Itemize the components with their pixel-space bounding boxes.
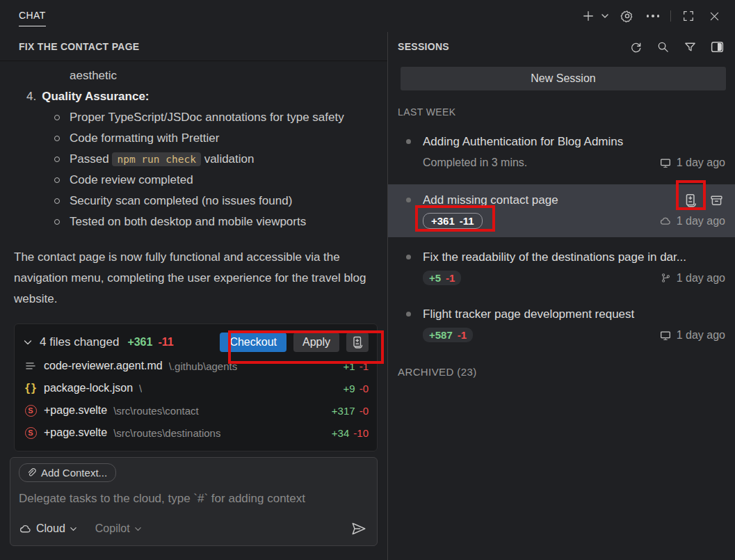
file-name: code-reviewer.agent.md: [44, 360, 163, 372]
archive-session-button[interactable]: [706, 191, 726, 210]
panel-layout-icon: [710, 40, 725, 54]
bullet-circle-icon: [54, 219, 60, 225]
session-diff-badge: +587 -1: [423, 328, 473, 342]
files-changed-summary[interactable]: 4 files changed: [40, 335, 119, 349]
markdown-file-icon: [23, 360, 38, 372]
session-item[interactable]: Fix the readability of the destinations …: [388, 241, 735, 294]
maximize-icon: [682, 10, 695, 22]
chevron-down-icon: [601, 12, 609, 20]
git-branch-icon: [660, 272, 672, 284]
chat-text-line: aesthetic: [14, 65, 378, 86]
session-title: Add missing contact page: [423, 191, 725, 209]
new-session-button[interactable]: New Session: [401, 67, 726, 90]
files-changed-widget: 4 files changed +361 -11 Checkout Apply: [14, 323, 378, 451]
list-item: Code formatting with Prettier: [14, 128, 378, 149]
filter-sessions-button[interactable]: [681, 38, 698, 55]
session-title: Fix the readability of the destinations …: [423, 248, 725, 266]
session-item[interactable]: Adding Authentication for Blog Admins Co…: [388, 126, 735, 179]
ellipsis-icon: [647, 15, 660, 17]
file-row[interactable]: S +page.svelte \src\routes\destinations …: [23, 422, 369, 444]
chat-paragraph: The contact page is now fully functional…: [14, 247, 379, 310]
chat-session-title: FIX THE CONTACT PAGE: [0, 32, 387, 61]
svelte-file-icon: S: [23, 427, 38, 439]
session-time: 1 day ago: [677, 157, 725, 169]
numbered-list-item: 4. Quality Assurance:: [14, 86, 378, 107]
session-title: Flight tracker page development request: [423, 305, 725, 323]
file-row[interactable]: S +page.svelte \src\routes\contact +317-…: [23, 399, 369, 422]
file-row[interactable]: code-reviewer.agent.md \.github\agents +…: [23, 355, 369, 377]
maximize-panel-button[interactable]: [680, 8, 697, 24]
bullet-circle-icon: [54, 157, 60, 162]
list-number: 4.: [26, 86, 36, 107]
model-dropdown[interactable]: Copilot: [95, 522, 142, 535]
session-time: 1 day ago: [677, 272, 725, 285]
cloud-icon: [659, 215, 672, 227]
session-status-dot-icon: [406, 198, 411, 202]
inline-code: npm run check: [112, 152, 201, 166]
sessions-panel: SESSIONS New Session LAST WEEK: [387, 32, 735, 560]
desktop-icon: [659, 329, 672, 342]
copilot-chat-window: CHAT: [0, 0, 735, 560]
chat-input-container[interactable]: Add Context... Delegate tasks to the clo…: [10, 457, 378, 546]
session-time: 1 day ago: [677, 329, 725, 342]
search-sessions-button[interactable]: [654, 38, 671, 55]
chevron-down-icon: [70, 525, 77, 533]
new-chat-dropdown[interactable]: [600, 8, 610, 24]
group-label-archived[interactable]: ARCHIVED (23): [398, 366, 725, 378]
file-name: +page.svelte: [44, 404, 107, 417]
chat-panel: FIX THE CONTACT PAGE aesthetic 4. Qualit…: [0, 32, 387, 560]
panel-titlebar: CHAT: [0, 0, 735, 32]
new-chat-button[interactable]: [580, 8, 597, 24]
session-diff-badge: +361 -11: [423, 213, 483, 229]
bullet-circle-icon: [54, 198, 60, 204]
titlebar-separator: [670, 10, 671, 22]
list-item: Security scan completed (no issues found…: [14, 191, 378, 211]
file-name: package-lock.json: [44, 382, 133, 394]
session-status-dot-icon: [406, 255, 411, 259]
bullet-circle-icon: [54, 136, 60, 141]
close-panel-button[interactable]: [706, 8, 722, 24]
more-actions-button[interactable]: [645, 8, 661, 24]
filter-icon: [684, 40, 697, 54]
session-time: 1 day ago: [677, 215, 725, 227]
chevron-down-icon: [134, 525, 142, 533]
close-icon: [709, 10, 720, 22]
list-item: Proper TypeScript/JSDoc annotations for …: [14, 107, 378, 128]
list-item: Tested on both desktop and mobile viewpo…: [14, 211, 378, 232]
session-diff-badge: +5 -1: [423, 271, 461, 285]
checkout-button[interactable]: Checkout: [220, 333, 286, 352]
archive-icon: [709, 193, 724, 208]
file-path: \src\routes\contact: [113, 405, 199, 417]
file-row[interactable]: {} package-lock.json \ +9-0: [23, 377, 369, 399]
session-subtitle: Completed in 3 mins.: [423, 157, 527, 169]
settings-button[interactable]: [619, 8, 636, 24]
lines-removed: -11: [158, 336, 173, 349]
bullet-circle-icon: [54, 115, 60, 120]
qa-bullet-list: Proper TypeScript/JSDoc annotations for …: [14, 107, 378, 232]
send-button[interactable]: [349, 519, 369, 538]
apply-button[interactable]: Apply: [293, 333, 339, 352]
diff-file-icon: [683, 193, 698, 208]
add-context-button[interactable]: Add Context...: [19, 463, 116, 482]
session-item-selected[interactable]: Add missing contact page: [388, 184, 735, 237]
tab-chat[interactable]: CHAT: [19, 6, 46, 26]
send-icon: [350, 520, 367, 537]
session-status-dot-icon: [406, 312, 411, 317]
file-path: \src\routes\destinations: [113, 427, 220, 439]
list-item: Code review completed: [14, 170, 378, 191]
session-item[interactable]: Flight tracker page development request …: [388, 298, 735, 351]
session-title: Adding Authentication for Blog Admins: [423, 132, 725, 151]
view-all-changes-button[interactable]: [346, 333, 369, 352]
group-label-last-week[interactable]: LAST WEEK: [398, 106, 725, 118]
refresh-button[interactable]: [627, 38, 644, 55]
collapse-chevron-icon[interactable]: [23, 337, 33, 347]
refresh-icon: [629, 40, 643, 54]
file-path: \: [139, 383, 142, 394]
sessions-heading: SESSIONS: [398, 41, 449, 52]
apply-session-changes-button[interactable]: [681, 191, 700, 210]
mode-dropdown[interactable]: Cloud: [19, 522, 77, 536]
chat-input-placeholder[interactable]: Delegate tasks to the cloud, type `#` fo…: [19, 492, 369, 506]
toggle-layout-button[interactable]: [709, 38, 725, 55]
cloud-icon: [19, 522, 32, 536]
gear-icon: [620, 9, 634, 23]
